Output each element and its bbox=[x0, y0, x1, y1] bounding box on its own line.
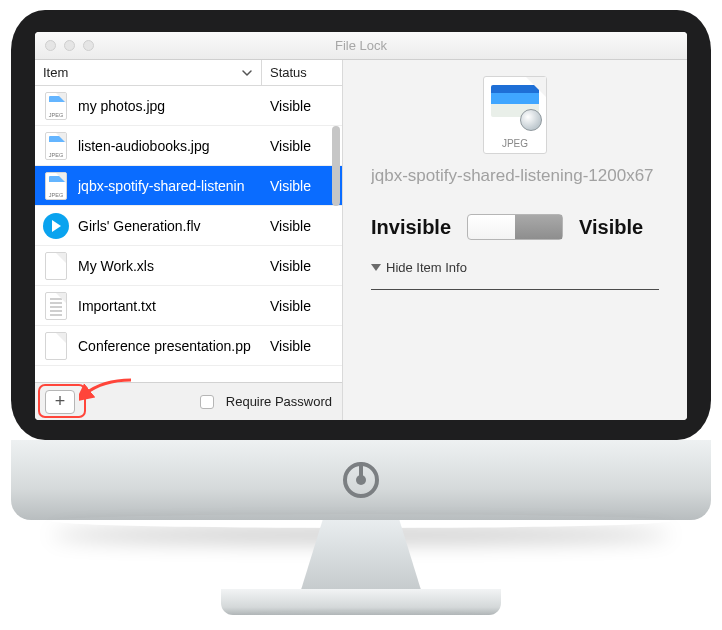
imac-stand-base bbox=[221, 589, 501, 615]
app-window: File Lock Item Status bbox=[35, 32, 687, 420]
table-row[interactable]: JPEGmy photos.jpgVisible bbox=[35, 86, 342, 126]
require-password-label: Require Password bbox=[226, 394, 332, 409]
file-preview-icon: JPEG bbox=[483, 76, 547, 154]
file-name: listen-audiobooks.jpg bbox=[78, 138, 210, 154]
row-item-cell: JPEGlisten-audiobooks.jpg bbox=[35, 131, 262, 161]
visible-label: Visible bbox=[579, 216, 643, 239]
row-item-cell: My Work.xls bbox=[35, 251, 262, 281]
column-header-item-label: Item bbox=[43, 65, 68, 80]
table-row[interactable]: Important.txtVisible bbox=[35, 286, 342, 326]
list-footer: + Require Password bbox=[35, 382, 342, 420]
file-type-icon bbox=[43, 331, 69, 361]
row-status-cell: Visible bbox=[262, 178, 342, 194]
table-row[interactable]: JPEGlisten-audiobooks.jpgVisible bbox=[35, 126, 342, 166]
file-name: Important.txt bbox=[78, 298, 156, 314]
row-status-cell: Visible bbox=[262, 258, 342, 274]
content-split: Item Status JPEGmy photos.jpgVisibleJPEG… bbox=[35, 60, 687, 420]
list-header: Item Status bbox=[35, 60, 342, 86]
scrollbar-thumb[interactable] bbox=[332, 126, 340, 206]
column-header-status-label: Status bbox=[270, 65, 307, 80]
imac-stand-neck bbox=[301, 520, 421, 590]
row-status-cell: Visible bbox=[262, 98, 342, 114]
info-divider bbox=[371, 289, 659, 290]
add-item-button[interactable]: + bbox=[45, 390, 75, 414]
table-row[interactable]: Conference presentation.ppVisible bbox=[35, 326, 342, 366]
window-title: File Lock bbox=[35, 38, 687, 53]
file-list-pane: Item Status JPEGmy photos.jpgVisibleJPEG… bbox=[35, 60, 343, 420]
row-status-cell: Visible bbox=[262, 338, 342, 354]
hide-item-info-label: Hide Item Info bbox=[386, 260, 467, 275]
file-name: Girls' Generation.flv bbox=[78, 218, 201, 234]
visibility-toggle[interactable] bbox=[467, 214, 563, 240]
file-name: Conference presentation.pp bbox=[78, 338, 251, 354]
file-name: jqbx-spotify-shared-listenin bbox=[78, 178, 245, 194]
table-row[interactable]: Girls' Generation.flvVisible bbox=[35, 206, 342, 246]
file-type-icon bbox=[43, 291, 69, 321]
file-name: my photos.jpg bbox=[78, 98, 165, 114]
file-name: My Work.xls bbox=[78, 258, 154, 274]
file-type-label: JPEG bbox=[484, 138, 546, 149]
brand-logo-icon bbox=[343, 462, 379, 498]
row-status-cell: Visible bbox=[262, 138, 342, 154]
row-item-cell: Girls' Generation.flv bbox=[35, 211, 262, 241]
detail-filename: jqbx-spotify-shared-listening-1200x67 bbox=[371, 166, 659, 186]
require-password-checkbox[interactable] bbox=[200, 395, 214, 409]
imac-bezel: File Lock Item Status bbox=[11, 10, 711, 440]
invisible-label: Invisible bbox=[371, 216, 451, 239]
file-list[interactable]: JPEGmy photos.jpgVisibleJPEGlisten-audio… bbox=[35, 86, 342, 382]
row-status-cell: Visible bbox=[262, 298, 342, 314]
row-status-cell: Visible bbox=[262, 218, 342, 234]
file-type-icon: JPEG bbox=[43, 91, 69, 121]
column-header-status[interactable]: Status bbox=[262, 60, 342, 85]
table-row[interactable]: My Work.xlsVisible bbox=[35, 246, 342, 286]
file-type-icon: JPEG bbox=[43, 131, 69, 161]
detail-pane: JPEG jqbx-spotify-shared-listening-1200x… bbox=[343, 60, 687, 420]
file-type-icon: JPEG bbox=[43, 171, 69, 201]
column-header-item[interactable]: Item bbox=[35, 60, 262, 85]
hide-item-info-toggle[interactable]: Hide Item Info bbox=[371, 260, 659, 275]
row-item-cell: JPEGjqbx-spotify-shared-listenin bbox=[35, 171, 262, 201]
file-type-icon bbox=[43, 211, 69, 241]
window-titlebar: File Lock bbox=[35, 32, 687, 60]
imac-chin bbox=[11, 440, 711, 520]
sort-indicator-icon bbox=[241, 65, 253, 83]
visibility-control: Invisible Visible bbox=[371, 214, 659, 240]
table-row[interactable]: JPEGjqbx-spotify-shared-listeninVisible bbox=[35, 166, 342, 206]
toggle-segment-invisible[interactable] bbox=[468, 215, 515, 239]
imac-mock: File Lock Item Status bbox=[11, 10, 711, 615]
row-item-cell: Important.txt bbox=[35, 291, 262, 321]
row-item-cell: Conference presentation.pp bbox=[35, 331, 262, 361]
row-item-cell: JPEGmy photos.jpg bbox=[35, 91, 262, 121]
disclosure-triangle-icon bbox=[371, 264, 381, 271]
file-type-icon bbox=[43, 251, 69, 281]
annotation-arrow-icon bbox=[79, 378, 139, 406]
toggle-segment-visible[interactable] bbox=[515, 215, 562, 239]
